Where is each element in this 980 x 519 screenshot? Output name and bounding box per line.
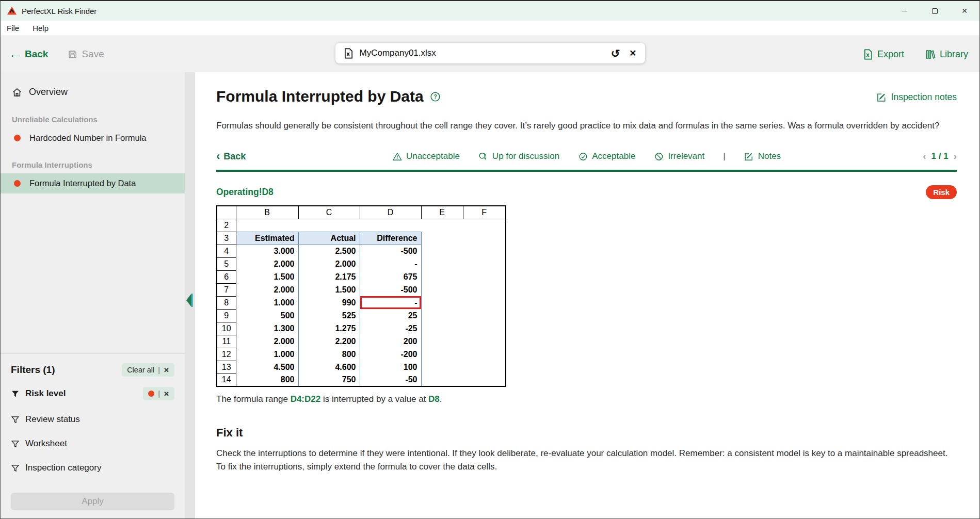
cell-D2 — [360, 219, 421, 232]
filters-title: Filters (1) — [11, 364, 55, 376]
menu-file[interactable]: File — [7, 24, 19, 33]
filter-risk-level[interactable]: Risk level — [11, 388, 66, 399]
library-label: Library — [940, 49, 968, 60]
filter-row-review-status: Review status — [11, 414, 174, 425]
close-file-icon[interactable]: ✕ — [629, 48, 636, 59]
cell-B12: 1.000 — [236, 348, 298, 361]
toolbar: ← Back Save MyCompany01.xlsx ↺ ✕ — [1, 36, 979, 72]
funnel-filled-icon — [11, 390, 20, 398]
acceptable-button[interactable]: Acceptable — [578, 151, 635, 161]
library-button[interactable]: Library — [925, 49, 968, 60]
cell-F3 — [463, 232, 506, 245]
filename-card[interactable]: MyCompany01.xlsx ↺ ✕ — [335, 43, 645, 63]
column-letters-row: B C D E F — [217, 206, 506, 219]
filename-text: MyCompany01.xlsx — [360, 48, 605, 58]
cell-C5: 2.000 — [298, 257, 360, 270]
sidebar-collapse-handle[interactable] — [186, 293, 194, 308]
cell-E3 — [421, 232, 463, 245]
chevron-left-icon: ‹ — [216, 151, 220, 162]
funnel-outline-icon — [11, 464, 20, 473]
back-arrow-icon: ← — [9, 48, 21, 60]
cell-C13: 4.600 — [298, 361, 360, 374]
cell-F6 — [463, 270, 506, 283]
cell-F14 — [463, 374, 506, 386]
minimize-button[interactable]: ─ — [890, 1, 920, 21]
caption-text: is interrupted by a value at — [320, 394, 428, 404]
funnel-outline-icon — [11, 440, 20, 448]
column-letter-F: F — [463, 206, 506, 219]
up-for-discussion-button[interactable]: Up for discussion — [478, 151, 559, 161]
remove-risk-filter-icon[interactable]: ✕ — [164, 390, 169, 398]
cell-D4: -500 — [360, 245, 421, 257]
sidebar-item-hardcoded-number[interactable]: Hardcoded Number in Formula — [1, 128, 185, 148]
apply-filters-button[interactable]: Apply — [11, 493, 174, 510]
cell-B14: 800 — [236, 374, 298, 386]
corner-cell — [217, 206, 236, 219]
filter-review-status[interactable]: Review status — [11, 414, 80, 425]
menu-help[interactable]: Help — [33, 24, 49, 33]
previous-page-icon[interactable]: ‹ — [923, 151, 926, 162]
cell-B3: Estimated — [236, 232, 298, 245]
row-number-cell: 7 — [217, 283, 236, 296]
cell-E2 — [421, 219, 463, 232]
risk-level-filter-chip[interactable]: | ✕ — [143, 387, 174, 400]
caption-range-ref[interactable]: D4:D22 — [291, 394, 321, 404]
spreadsheet-body: B C D E F 23EstimatedActualDifference43.… — [217, 206, 506, 386]
unacceptable-button[interactable]: Unacceptable — [392, 151, 460, 161]
cell-E10 — [421, 322, 463, 335]
notes-label: Notes — [758, 151, 781, 161]
app-window: PerfectXL Risk Finder ─ ✕ File Help ← Ba… — [0, 0, 980, 519]
column-letter-B: B — [236, 206, 298, 219]
clear-all-label: Clear all — [127, 366, 154, 374]
export-button[interactable]: Export — [863, 49, 904, 60]
risk-dot-icon — [148, 391, 154, 397]
cell-D3: Difference — [360, 232, 421, 245]
back-button-label: Back — [25, 48, 48, 60]
cell-B9: 500 — [236, 309, 298, 322]
notes-button[interactable]: Notes — [744, 151, 781, 161]
cell-C2 — [298, 219, 360, 232]
cell-C10: 1.275 — [298, 322, 360, 335]
cell-B10: 1.300 — [236, 322, 298, 335]
irrelevant-button[interactable]: Irrelevant — [654, 151, 704, 161]
maximize-button[interactable] — [920, 1, 950, 21]
risk-dot-icon — [14, 135, 21, 141]
page-indicator: 1 / 1 — [931, 151, 949, 161]
title-bar: PerfectXL Risk Finder ─ ✕ — [1, 1, 979, 21]
cell-D9: 25 — [360, 309, 421, 322]
up-for-discussion-label: Up for discussion — [492, 151, 559, 161]
clear-all-close-icon[interactable]: ✕ — [164, 366, 169, 374]
caption-cell-ref[interactable]: D8 — [428, 394, 440, 404]
sidebar-item-formula-interrupted[interactable]: Formula Interrupted by Data — [1, 173, 185, 193]
row-number-cell: 4 — [217, 245, 236, 257]
cell-B5: 2.000 — [236, 257, 298, 270]
sidebar: Overview Unreliable Calculations Hardcod… — [1, 72, 185, 518]
page-title: Formula Interrupted by Data — [216, 88, 424, 105]
cell-F4 — [463, 245, 506, 257]
back-to-list-button[interactable]: ‹ Back — [216, 151, 246, 162]
help-question-icon[interactable]: ? — [430, 91, 441, 102]
filter-inspection-category[interactable]: Inspection category — [11, 463, 101, 473]
main-content: Formula Interrupted by Data ? Inspection… — [195, 72, 979, 518]
save-button[interactable]: Save — [68, 48, 104, 60]
inspection-notes-button[interactable]: Inspection notes — [876, 92, 957, 103]
row-number-cell: 10 — [217, 322, 236, 335]
next-page-icon[interactable]: › — [954, 151, 957, 162]
sidebar-item-label: Hardcoded Number in Formula — [29, 133, 147, 143]
filter-label: Review status — [25, 414, 80, 425]
cell-D7: -500 — [360, 283, 421, 296]
close-button[interactable]: ✕ — [950, 1, 979, 21]
row-number-cell: 5 — [217, 257, 236, 270]
menu-bar: File Help — [1, 21, 979, 36]
sheet-row-4: 43.0002.500-500 — [217, 245, 506, 257]
reset-file-icon[interactable]: ↺ — [611, 48, 620, 59]
cell-D8: - — [360, 296, 421, 309]
back-button[interactable]: ← Back — [9, 48, 48, 60]
sidebar-item-overview[interactable]: Overview — [1, 82, 185, 103]
check-circle-icon — [578, 152, 588, 161]
cell-reference[interactable]: Operating!D8 — [216, 187, 274, 198]
row-number-cell: 12 — [217, 348, 236, 361]
cell-F2 — [463, 219, 506, 232]
clear-all-filters-button[interactable]: Clear all | ✕ — [122, 363, 174, 377]
filter-worksheet[interactable]: Worksheet — [11, 439, 67, 449]
